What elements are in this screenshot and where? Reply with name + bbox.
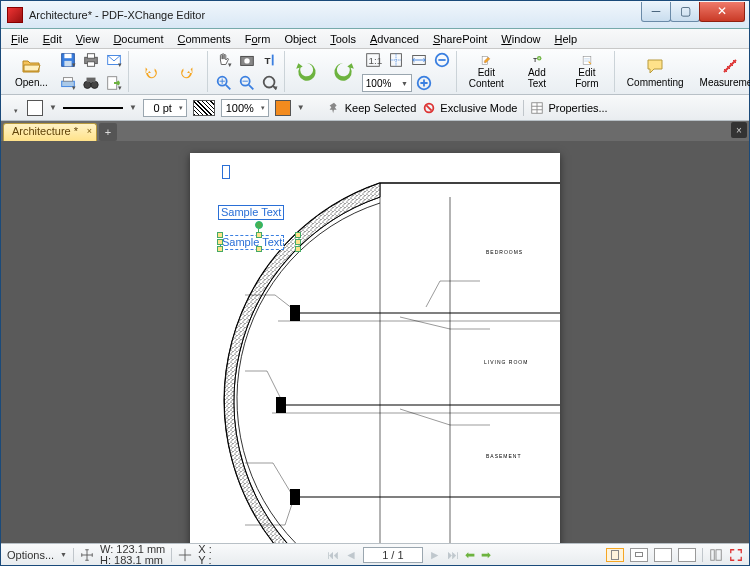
rotate-handle[interactable] xyxy=(255,221,263,229)
nav-fwd-button[interactable]: ➡ xyxy=(481,548,491,562)
fit-width-button[interactable] xyxy=(408,49,430,71)
document-tab[interactable]: Architecture * × xyxy=(3,123,97,141)
line-width-input[interactable]: 0 pt xyxy=(143,99,187,117)
nav-back-button[interactable]: ⬅ xyxy=(465,548,475,562)
svg-rect-46 xyxy=(290,305,300,321)
document-page[interactable]: BEDROOMS LIVING ROOM BASEMENT Sample Tex… xyxy=(190,153,560,543)
minimize-button[interactable]: ─ xyxy=(641,2,671,22)
svg-rect-49 xyxy=(711,549,715,560)
svg-text:T: T xyxy=(533,57,537,63)
undo-icon xyxy=(142,63,160,81)
rotate-cw-button[interactable] xyxy=(326,52,360,92)
svg-point-9 xyxy=(84,81,91,88)
first-page-button[interactable]: ⏮ xyxy=(327,548,339,562)
two-page-continuous-view[interactable] xyxy=(678,548,696,562)
export-button[interactable] xyxy=(103,72,125,94)
menu-edit[interactable]: Edit xyxy=(37,31,68,47)
text-cursor xyxy=(222,165,230,179)
line-style-dropdown[interactable] xyxy=(7,99,21,117)
edit-content-button[interactable]: Edit Content xyxy=(462,52,511,92)
menu-object[interactable]: Object xyxy=(278,31,322,47)
menu-window[interactable]: Window xyxy=(495,31,546,47)
add-text-icon: T xyxy=(527,55,547,66)
fill-color-swatch[interactable] xyxy=(275,100,291,116)
last-page-button[interactable]: ⏭ xyxy=(447,548,459,562)
keep-selected-toggle[interactable]: Keep Selected xyxy=(327,101,417,115)
menu-view[interactable]: View xyxy=(70,31,106,47)
binoculars-icon xyxy=(82,74,100,92)
redo-icon xyxy=(178,63,196,81)
fullscreen-icon[interactable] xyxy=(729,548,743,562)
menu-file[interactable]: File xyxy=(5,31,35,47)
plus-circle-icon xyxy=(415,74,433,92)
app-icon xyxy=(7,7,23,23)
save-button[interactable] xyxy=(57,49,79,71)
svg-text:T: T xyxy=(264,55,270,66)
menu-form[interactable]: Form xyxy=(239,31,277,47)
zoom-in-tool[interactable] xyxy=(213,72,235,94)
status-width: W: 123.1 mm xyxy=(100,544,165,555)
document-viewport[interactable]: BEDROOMS LIVING ROOM BASEMENT Sample Tex… xyxy=(1,141,749,543)
actual-size-button[interactable]: 1:1 xyxy=(362,49,384,71)
two-page-view[interactable] xyxy=(654,548,672,562)
menu-sharepoint[interactable]: SharePoint xyxy=(427,31,493,47)
exclusive-mode-toggle[interactable]: Exclusive Mode xyxy=(422,101,517,115)
zoom-out-tool[interactable] xyxy=(236,72,258,94)
email-button[interactable] xyxy=(103,49,125,71)
continuous-view[interactable] xyxy=(630,548,648,562)
hand-tool[interactable] xyxy=(213,49,235,71)
scan-button[interactable] xyxy=(57,72,79,94)
fill-pattern-swatch[interactable] xyxy=(193,100,215,116)
fit-width-icon xyxy=(410,51,428,69)
cursor-pos-icon xyxy=(178,548,192,562)
select-text-tool[interactable]: T xyxy=(259,49,281,71)
room-label-bedrooms: BEDROOMS xyxy=(486,249,523,255)
add-text-button[interactable]: T Add Text xyxy=(513,52,561,92)
commenting-button[interactable]: Commenting xyxy=(620,52,691,92)
hand-icon xyxy=(215,51,233,69)
svg-rect-5 xyxy=(87,62,94,67)
edit-form-button[interactable]: Edit Form xyxy=(563,52,611,92)
zoom-out-button[interactable] xyxy=(431,49,453,71)
redo-button[interactable] xyxy=(170,52,204,92)
menu-tools[interactable]: Tools xyxy=(324,31,362,47)
loupe-tool[interactable] xyxy=(259,72,281,94)
snapshot-tool[interactable] xyxy=(236,49,258,71)
prev-page-button[interactable]: ◄ xyxy=(345,548,357,562)
menu-help[interactable]: Help xyxy=(548,31,583,47)
page-input[interactable]: 1 / 1 xyxy=(363,547,423,563)
new-tab-button[interactable]: + xyxy=(99,123,117,141)
menu-document[interactable]: Document xyxy=(107,31,169,47)
room-label-living: LIVING ROOM xyxy=(484,359,528,365)
rotate-ccw-button[interactable] xyxy=(290,52,324,92)
close-all-tabs-button[interactable]: × xyxy=(731,122,747,138)
menu-advanced[interactable]: Advanced xyxy=(364,31,425,47)
opacity-input[interactable]: 100% xyxy=(221,99,269,117)
zoom-in-button[interactable] xyxy=(413,72,435,94)
measurement-button[interactable]: Measurement xyxy=(693,52,750,92)
svg-rect-8 xyxy=(63,78,72,82)
maximize-button[interactable]: ▢ xyxy=(670,2,700,22)
close-button[interactable]: ✕ xyxy=(699,2,745,22)
print-button[interactable] xyxy=(80,49,102,71)
edit-form-icon xyxy=(577,55,597,66)
bookmark-pane-icon[interactable] xyxy=(709,548,723,562)
options-button[interactable]: Options... xyxy=(7,549,54,561)
tab-close-icon[interactable]: × xyxy=(87,126,92,136)
undo-button[interactable] xyxy=(134,52,168,92)
menu-comments[interactable]: Comments xyxy=(172,31,237,47)
fit-page-button[interactable] xyxy=(385,49,407,71)
single-page-view[interactable] xyxy=(606,548,624,562)
selection-handles[interactable] xyxy=(220,235,298,249)
svg-rect-7 xyxy=(62,81,75,86)
sample-text-1[interactable]: Sample Text xyxy=(218,205,284,220)
mail-icon xyxy=(105,51,123,69)
properties-button[interactable]: Properties... xyxy=(530,101,607,115)
search-button[interactable] xyxy=(80,72,102,94)
open-button[interactable]: Open... xyxy=(8,52,55,92)
next-page-button[interactable]: ► xyxy=(429,548,441,562)
svg-rect-16 xyxy=(272,55,274,66)
zoom-input[interactable]: 100%▼ xyxy=(362,74,412,92)
stroke-color-swatch[interactable] xyxy=(27,100,43,116)
svg-rect-48 xyxy=(290,489,300,505)
